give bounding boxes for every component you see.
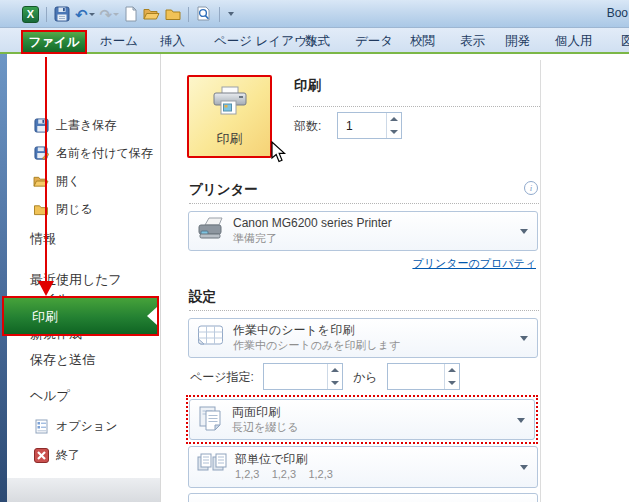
print-button[interactable]: 印刷 (187, 75, 272, 158)
spin-up-icon[interactable] (328, 364, 342, 377)
duplex-desc: 長辺を綴じる (232, 420, 299, 435)
sidebar-item-label: オプション (56, 418, 117, 435)
tab-view[interactable]: 表示 (460, 33, 485, 50)
tab-page-layout[interactable]: ページ レイアウト (214, 33, 320, 50)
backstage-sidebar: 上書き保存 名前を付けて保存 開く (7, 54, 161, 502)
divider (189, 310, 539, 311)
pages-to-label: から (353, 369, 378, 386)
printer-properties: プリンターのプロパティ (188, 256, 536, 271)
collated-pages-icon (197, 453, 227, 481)
pages-from-spinner[interactable] (327, 364, 342, 389)
redo-icon[interactable]: ↷ (100, 7, 120, 22)
print-pane: 印刷 印刷 部数: プリンター i (163, 54, 629, 502)
spin-up-icon[interactable] (445, 364, 459, 377)
undo-icon[interactable]: ↶ (75, 7, 95, 22)
info-icon[interactable]: i (524, 181, 538, 195)
pages-to-input[interactable] (388, 364, 444, 389)
duplex-dropdown[interactable]: 両面印刷 長辺を綴じる (189, 399, 535, 440)
toolbar-separator (188, 7, 189, 22)
sidebar-item-label: 開く (56, 173, 80, 190)
customize-quick-access-icon[interactable] (227, 12, 234, 16)
print-what-dropdown[interactable]: 作業中のシートを印刷 作業中のシートのみを印刷します (188, 318, 538, 358)
excel-backstage-window: X ↶ ↷ (0, 0, 629, 502)
sidebar-item-info[interactable]: 情報 (30, 230, 56, 248)
tab-home[interactable]: ホーム (100, 33, 138, 50)
open-folder-icon[interactable] (143, 7, 160, 21)
collate-desc: 1,2,3 1,2,3 1,2,3 (235, 467, 333, 482)
save-icon[interactable] (54, 6, 70, 22)
window-frame-edge (0, 54, 7, 502)
tab-file[interactable]: ファイル (21, 30, 87, 54)
tab-personal[interactable]: 個人用 (555, 33, 593, 50)
sidebar-item-print-selected[interactable]: 印刷 (2, 296, 159, 336)
spin-up-icon[interactable] (387, 113, 401, 126)
print-what-desc: 作業中のシートのみを印刷します (233, 338, 400, 353)
pages-label: ページ指定: (190, 369, 254, 386)
print-what-title: 作業中のシートを印刷 (233, 323, 400, 338)
excel-logo-icon[interactable]: X (22, 6, 39, 23)
sidebar-item-label: 閉じる (56, 201, 93, 218)
printer-device-icon (197, 217, 225, 245)
mouse-cursor (271, 141, 289, 169)
copies-label: 部数: (294, 118, 321, 135)
tab-formulas[interactable]: 数式 (305, 33, 330, 50)
preview-pane-separator (540, 60, 541, 502)
tab-review[interactable]: 校閲 (410, 33, 435, 50)
printer-name: Canon MG6200 series Printer (233, 216, 392, 231)
section-heading-settings: 設定 (189, 288, 216, 306)
folder-icon[interactable] (165, 7, 181, 21)
duplex-title: 両面印刷 (232, 405, 299, 420)
tab-partial[interactable]: 図 (621, 33, 629, 50)
copies-input[interactable] (338, 113, 386, 138)
tab-data[interactable]: データ (355, 33, 393, 50)
new-document-icon[interactable] (124, 6, 138, 22)
printer-select-dropdown[interactable]: Canon MG6200 series Printer 準備完了 (188, 211, 538, 251)
copies-spinner[interactable] (386, 113, 401, 138)
chevron-down-icon (517, 418, 525, 423)
collate-dropdown[interactable]: 部単位で印刷 1,2,3 1,2,3 1,2,3 (188, 446, 538, 488)
exit-icon (33, 448, 49, 464)
sidebar-item-label: 印刷 (32, 308, 58, 326)
tab-developer[interactable]: 開発 (505, 33, 530, 50)
title-bar: X ↶ ↷ (0, 0, 629, 28)
copies-spinbox[interactable] (337, 112, 402, 139)
toolbar-separator (219, 7, 220, 22)
toolbar-separator (46, 7, 47, 22)
pages-to-spinner[interactable] (444, 364, 459, 389)
printer-icon (211, 86, 249, 124)
collate-title: 部単位で印刷 (235, 452, 333, 467)
quick-access-toolbar: X ↶ ↷ (22, 3, 234, 25)
sidebar-footer (7, 478, 160, 502)
pages-from-spinbox[interactable] (263, 363, 343, 390)
tab-insert[interactable]: 挿入 (160, 33, 185, 50)
section-heading-printer: プリンター (189, 181, 258, 199)
spin-down-icon[interactable] (445, 377, 459, 390)
selected-notch (147, 307, 157, 325)
printer-status: 準備完了 (233, 231, 392, 246)
sidebar-item-help[interactable]: ヘルプ (30, 387, 70, 405)
pages-to-spinbox[interactable] (387, 363, 460, 390)
chevron-down-icon (520, 336, 528, 341)
printer-properties-link[interactable]: プリンターのプロパティ (412, 257, 536, 269)
sidebar-item-label: 終了 (56, 447, 80, 464)
sidebar-item-save-send[interactable]: 保存と送信 (30, 351, 95, 369)
sidebar-item-options[interactable]: オプション (33, 418, 117, 435)
sidebar-item-close[interactable]: 閉じる (33, 201, 93, 218)
sidebar-item-label: 名前を付けて保存 (56, 145, 153, 162)
worksheet-icon (197, 324, 225, 352)
sidebar-item-label: 上書き保存 (56, 117, 116, 134)
divider (189, 203, 539, 204)
sidebar-item-save-as[interactable]: 名前を付けて保存 (33, 145, 153, 162)
annotation-arrow-line (45, 57, 47, 281)
sidebar-item-open[interactable]: 開く (33, 173, 80, 190)
two-sided-page-icon (198, 405, 224, 435)
window-title: Boo (607, 6, 628, 20)
spin-down-icon[interactable] (328, 377, 342, 390)
sidebar-item-exit[interactable]: 終了 (33, 447, 80, 464)
spin-down-icon[interactable] (387, 126, 401, 139)
options-icon (33, 419, 49, 435)
pages-from-input[interactable] (264, 364, 327, 389)
orientation-dropdown-partial[interactable] (188, 493, 538, 502)
print-preview-icon[interactable] (196, 6, 212, 22)
annotation-arrow-head (38, 281, 54, 296)
